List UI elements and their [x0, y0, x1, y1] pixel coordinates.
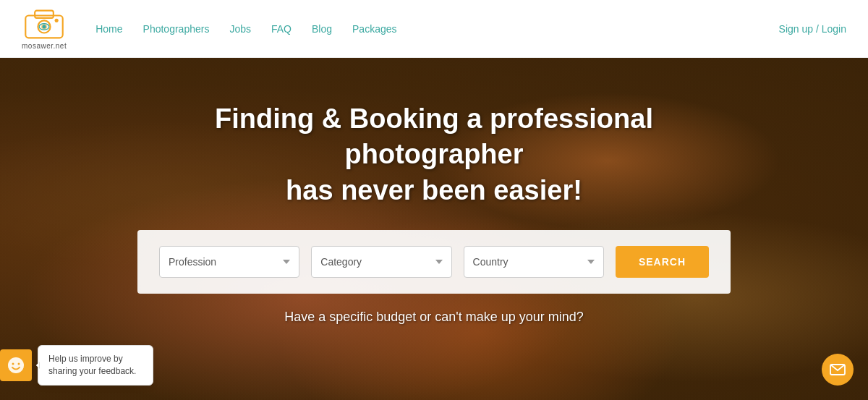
signup-login-link[interactable]: Sign up / Login: [779, 23, 846, 35]
nav-faq[interactable]: FAQ: [271, 23, 292, 35]
nav-packages[interactable]: Packages: [352, 23, 396, 35]
main-nav: Home Photographers Jobs FAQ Blog Package…: [95, 23, 396, 35]
nav-jobs[interactable]: Jobs: [229, 23, 251, 35]
svg-point-4: [55, 18, 59, 22]
hero-bottom-text: Have a specific budget or can't make up …: [284, 310, 584, 325]
search-button[interactable]: SEARCH: [616, 246, 709, 278]
logo[interactable]: mosawer.net: [22, 8, 67, 50]
header-left: mosawer.net Home Photographers Jobs FAQ …: [22, 8, 397, 50]
category-select[interactable]: Category Wedding Portrait Commercial: [311, 246, 451, 278]
nav-photographers[interactable]: Photographers: [143, 23, 210, 35]
country-select[interactable]: Country USA UK UAE: [464, 246, 604, 278]
svg-point-9: [18, 363, 20, 365]
feedback-bubble: Help us improve by sharing your feedback…: [38, 345, 153, 386]
profession-select[interactable]: Profession Photographer Videographer Edi…: [159, 246, 299, 278]
camera-icon: [22, 8, 66, 41]
hero-section: Finding & Booking a professional photogr…: [0, 58, 868, 400]
svg-rect-1: [35, 10, 54, 17]
svg-point-7: [8, 357, 24, 373]
logo-text: mosawer.net: [22, 42, 67, 50]
search-box: Profession Photographer Videographer Edi…: [137, 230, 731, 294]
nav-blog[interactable]: Blog: [312, 23, 332, 35]
svg-point-6: [43, 25, 46, 28]
svg-point-8: [12, 363, 14, 365]
nav-home[interactable]: Home: [95, 23, 122, 35]
smiley-icon: [7, 356, 25, 375]
hero-content: Finding & Booking a professional photogr…: [0, 58, 868, 325]
mail-icon-button[interactable]: [822, 354, 854, 386]
feedback-widget: Help us improve by sharing your feedback…: [0, 345, 153, 386]
header: mosawer.net Home Photographers Jobs FAQ …: [0, 0, 868, 58]
feedback-icon-button[interactable]: [0, 349, 32, 381]
hero-title: Finding & Booking a professional photogr…: [145, 101, 723, 208]
envelope-icon: [830, 364, 846, 375]
